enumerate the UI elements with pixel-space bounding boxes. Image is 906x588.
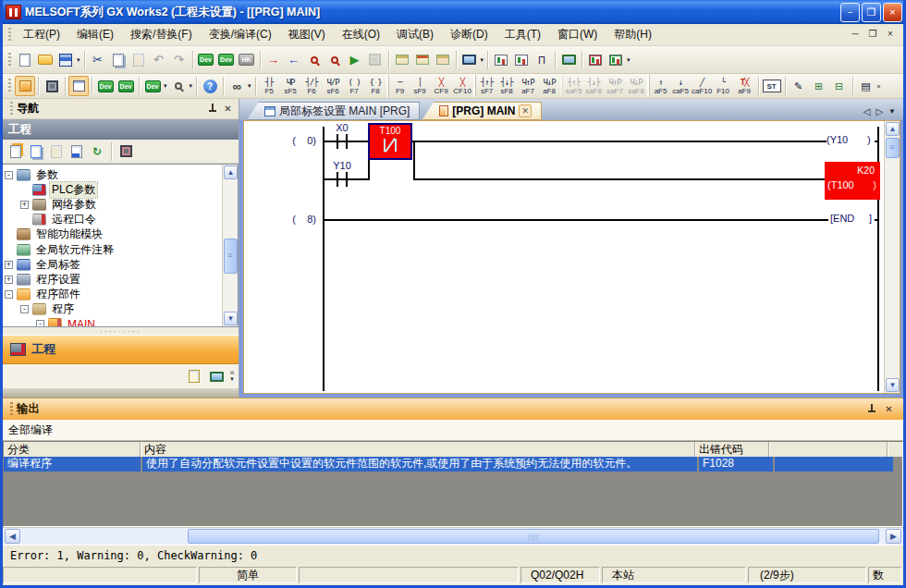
- column-extra[interactable]: [769, 442, 888, 457]
- output-hscrollbar[interactable]: ◀ ▶: [3, 527, 903, 545]
- copy-icon[interactable]: [108, 50, 129, 70]
- tree-expander[interactable]: +: [5, 261, 13, 269]
- editor-scroll-thumb[interactable]: [886, 138, 900, 158]
- menu-grip[interactable]: [8, 28, 11, 43]
- menu-item[interactable]: 在线(O): [334, 24, 388, 45]
- tree-item[interactable]: 远程口令: [5, 213, 221, 227]
- tab-scroll-right-icon[interactable]: ▷: [875, 106, 883, 116]
- tree-expander[interactable]: -: [20, 305, 29, 313]
- nav-grip[interactable]: [10, 102, 13, 116]
- ladder-symbol-button[interactable]: │ sF9: [410, 75, 431, 97]
- watch-window1-icon[interactable]: [585, 50, 606, 70]
- read-from-plc-icon[interactable]: Dev: [216, 50, 237, 70]
- watch-stop-icon[interactable]: [511, 50, 532, 70]
- window-tile-icon[interactable]: [412, 50, 433, 70]
- mdi-restore-icon[interactable]: ❐: [865, 28, 880, 42]
- ladder-symbol-button[interactable]: ╱ caF10: [692, 75, 713, 97]
- find-binoculars-icon[interactable]: ∞: [226, 76, 247, 96]
- ladder-symbol-button[interactable]: ┤↓├ sF8: [496, 75, 518, 97]
- tab-local-label-setting[interactable]: 局部标签设置 MAIN [PRG]: [247, 102, 420, 120]
- menu-item[interactable]: 工具(T): [496, 24, 549, 45]
- module-configuration-icon[interactable]: [42, 76, 62, 96]
- tree-item[interactable]: - 程序: [5, 302, 221, 317]
- output-pin-icon[interactable]: [864, 403, 878, 416]
- monitor-mode-icon[interactable]: ▶: [345, 50, 365, 70]
- tree-item[interactable]: - 参数: [5, 167, 221, 182]
- device-find-icon[interactable]: Dev: [95, 76, 116, 96]
- nav-more-arrow[interactable]: ▼: [229, 376, 235, 383]
- toolbar-overflow-chevron[interactable]: ▾: [77, 56, 80, 64]
- nav-more-chevron[interactable]: »: [230, 370, 235, 376]
- nav-property-icon[interactable]: [67, 142, 86, 161]
- menu-item[interactable]: 编辑(E): [68, 24, 122, 45]
- tree-item[interactable]: + 程序设置: [5, 272, 221, 287]
- menu-item[interactable]: 变换/编译(C): [201, 24, 280, 45]
- tree-scrollbar[interactable]: ▲ ▼: [222, 165, 238, 326]
- tree-expander[interactable]: +: [5, 276, 13, 284]
- menu-item[interactable]: 搜索/替换(F): [122, 24, 201, 45]
- ladder-canvas[interactable]: ( 0) ( 8) X0 T100: [244, 121, 900, 393]
- ladder-symbol-button[interactable]: ЧР sF5: [280, 75, 301, 97]
- watch-window2-icon[interactable]: [606, 50, 626, 70]
- toolbar2-left-chevron[interactable]: ▾: [248, 82, 251, 90]
- monitor-stop-icon[interactable]: ←: [284, 50, 304, 70]
- y10-coil[interactable]: (Y10: [826, 134, 848, 145]
- tree-item[interactable]: 智能功能模块: [5, 227, 221, 242]
- column-content[interactable]: 内容: [141, 442, 695, 457]
- project-pane-button[interactable]: 工程: [3, 335, 239, 364]
- window-cascade-icon[interactable]: [392, 50, 412, 70]
- menu-item[interactable]: 视图(V): [280, 24, 334, 45]
- toolbar2-grip[interactable]: [8, 79, 11, 93]
- device-list-icon[interactable]: Dev: [116, 76, 136, 96]
- inline-st-icon[interactable]: ST: [762, 76, 782, 96]
- ladder-symbol-button[interactable]: ↑ aF5: [649, 75, 670, 97]
- nav-copy-icon[interactable]: [27, 142, 45, 161]
- monitor-condition-icon[interactable]: [558, 50, 579, 70]
- monitor-write-mode-icon[interactable]: [365, 50, 386, 70]
- nav-pin-icon[interactable]: [205, 103, 219, 116]
- menu-item[interactable]: 调试(B): [388, 24, 442, 45]
- editor-vscrollbar[interactable]: ▲ ▼: [884, 121, 900, 393]
- write-to-plc-icon[interactable]: Dev: [196, 50, 216, 70]
- ladder-symbol-button[interactable]: ↓ caF5: [670, 75, 692, 97]
- new-project-icon[interactable]: [15, 50, 35, 70]
- tree-expander[interactable]: -: [36, 320, 44, 327]
- ladder-symbol-button[interactable]: Ч/Р sF6: [323, 75, 344, 97]
- minimize-button[interactable]: －: [840, 3, 860, 22]
- nav-refresh-icon[interactable]: ↻: [88, 142, 106, 161]
- hscroll-right-icon[interactable]: ▶: [886, 529, 901, 544]
- mdi-close-icon[interactable]: ×: [883, 28, 898, 42]
- nav-sort-icon[interactable]: [116, 142, 135, 161]
- device-search-chevron[interactable]: ▾: [190, 82, 193, 90]
- close-button[interactable]: ×: [883, 3, 902, 22]
- ladder-symbol-button[interactable]: ( ) F7: [344, 75, 365, 97]
- display-setting-icon[interactable]: [459, 50, 480, 70]
- hscroll-left-icon[interactable]: ◀: [5, 529, 20, 544]
- device-zoom-in-icon[interactable]: [304, 50, 324, 70]
- restore-button[interactable]: ❐: [862, 3, 881, 22]
- note-edit-icon[interactable]: ▤: [856, 76, 876, 96]
- editor-scroll-down-icon[interactable]: ▼: [886, 378, 900, 392]
- statement-edit-icon[interactable]: ⊟: [829, 76, 850, 96]
- ladder-symbol-button[interactable]: ┤↑├ saF5: [562, 75, 583, 97]
- redo-icon[interactable]: ↷: [169, 50, 190, 70]
- mdi-minimize-icon[interactable]: ─: [848, 28, 863, 42]
- user-library-icon[interactable]: [185, 367, 203, 386]
- ladder-symbol-button[interactable]: ┤↓├ saF6: [583, 75, 605, 97]
- ladder-symbol-button[interactable]: Ч↓Р saF8: [626, 75, 647, 97]
- save-project-icon[interactable]: [55, 50, 76, 70]
- monitor-start-icon[interactable]: →: [263, 50, 284, 70]
- toolbar1-end-chevron[interactable]: ▾: [627, 56, 631, 64]
- menu-item[interactable]: 窗口(W): [549, 24, 606, 45]
- tree-scroll-thumb[interactable]: [224, 239, 238, 274]
- column-error-code[interactable]: 出错代码: [695, 442, 769, 457]
- toolbar-grip[interactable]: [8, 53, 11, 67]
- tree-item[interactable]: 全局软元件注释: [5, 242, 221, 257]
- toolbar1-chevron[interactable]: ▾: [481, 56, 484, 64]
- tree-item[interactable]: - 程序部件: [5, 288, 221, 302]
- ladder-symbol-button[interactable]: ┤/├ F6: [301, 75, 323, 97]
- navigation-window-toggle-icon[interactable]: [15, 76, 35, 96]
- output-close-icon[interactable]: ✕: [882, 403, 896, 416]
- ladder-symbol-button[interactable]: ┤├ F5: [259, 75, 280, 97]
- tree-scroll-up-icon[interactable]: ▲: [224, 165, 238, 179]
